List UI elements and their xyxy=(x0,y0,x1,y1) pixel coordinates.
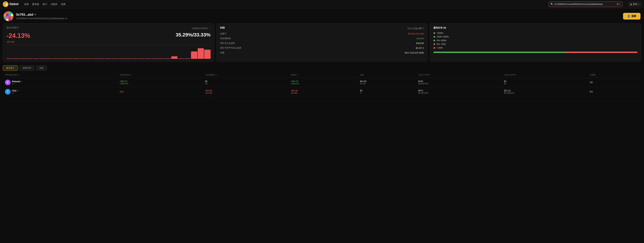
svg-rect-10 xyxy=(8,14,11,16)
sort-icon-0[interactable]: ⇅ xyxy=(18,74,19,76)
bar xyxy=(20,58,26,59)
bar xyxy=(112,58,118,59)
td-balance-0: $42.8K 20.1M xyxy=(358,78,416,87)
th-unrealized-label: 未实现利润 xyxy=(120,74,129,76)
token-time-1: 2h xyxy=(12,92,19,94)
nav-自选[interactable]: 自选 xyxy=(24,3,29,6)
buy-main-0: $16K xyxy=(418,80,500,82)
svg-point-2 xyxy=(6,4,7,6)
header: Debot 自选 新开盘 热门 AI监控 交易 🔍 ⌘K ◈ BSC ▾ xyxy=(0,0,644,8)
sell-main-0: $0 xyxy=(504,80,586,82)
bar xyxy=(86,58,92,59)
bar xyxy=(158,58,164,59)
dist-bar-red xyxy=(566,52,638,53)
bar xyxy=(132,58,138,59)
token-info-1: TCC ⧉ 2h xyxy=(12,90,19,94)
dist-item-4: <-50% xyxy=(434,47,638,49)
chevron-down-icon: ▾ xyxy=(638,3,639,5)
bar xyxy=(79,58,85,59)
td-unrealized-0: +$26.7K +166.87% xyxy=(118,78,203,87)
profit-label-0: 总盈亏 xyxy=(220,32,226,35)
tab-activity[interactable]: 活动 xyxy=(36,65,47,71)
balance-main-0: $42.8K xyxy=(360,80,414,82)
table-head: 币种/最后活跃 ⇅ 未实现利润 ⇅ 已实现利润 ⇅ xyxy=(3,72,641,78)
sort-icon-1[interactable]: ⇅ xyxy=(130,74,131,76)
bar xyxy=(165,58,171,59)
token-cell-0: P Petunia ⧉ 2h xyxy=(5,80,115,85)
bar xyxy=(138,58,144,59)
profile-address-row: 0x79395047a7eecbf59363bc54cb2a2d288bd00a… xyxy=(16,17,67,20)
dist-title: 盈利分布 (9) xyxy=(434,26,638,30)
observe-button[interactable]: 👤 观察 xyxy=(623,13,640,20)
th-total: 总利润 ⇅ xyxy=(288,72,358,78)
tab-holdings[interactable]: 持有代币 xyxy=(19,65,34,71)
unrealized-main-1: 清仓 xyxy=(120,90,201,93)
dist-dot-1 xyxy=(434,36,435,38)
unrealized-main-0: +$26.7K xyxy=(120,80,201,82)
th-total-label: 总利润 xyxy=(290,74,296,76)
token-time-0: 2h xyxy=(12,83,22,85)
th-buy: 总买入 $/平均 xyxy=(416,72,502,78)
bar xyxy=(152,58,158,59)
bar xyxy=(191,52,197,59)
profit-card: 利润 30D 交易数 37/17 总盈亏 -$74.5K(-24.13%) 未实… xyxy=(216,23,428,62)
bar xyxy=(125,58,131,59)
profit-label-2: 30D 买入总成本 xyxy=(220,42,235,45)
header-right: ◈ BSC ▾ xyxy=(628,2,641,7)
bar xyxy=(204,50,210,59)
svg-rect-16 xyxy=(4,19,6,21)
logo[interactable]: Debot xyxy=(3,2,18,7)
profit-title: 利润 xyxy=(220,26,225,30)
copy-icon[interactable]: ⧉ xyxy=(66,17,67,20)
profit-label-3: 30D 代币平均买入成本 xyxy=(220,46,241,50)
token-avatar-1: T xyxy=(5,89,10,94)
nav-新开盘[interactable]: 新开盘 xyxy=(32,3,39,6)
td-realized-1: -$44.9K -66.95% xyxy=(203,87,288,96)
search-input[interactable] xyxy=(554,3,614,6)
svg-rect-7 xyxy=(11,11,14,14)
info-icon[interactable]: ⓘ xyxy=(209,28,210,30)
td-token-1: T TCC ⧉ 2h xyxy=(3,87,118,96)
nav-交易[interactable]: 交易 xyxy=(61,3,66,6)
profit-row-3: 30D 代币平均买入成本 $8,347.2 xyxy=(220,46,424,50)
search-shortcut: ⌘K xyxy=(616,3,620,6)
tab-recent-pnl[interactable]: 最近盈亏 xyxy=(3,65,18,71)
network-selector[interactable]: ◈ BSC ▾ xyxy=(628,2,641,7)
bar xyxy=(99,58,105,59)
sort-icon-3[interactable]: ⇅ xyxy=(297,74,298,76)
dist-dot-0 xyxy=(434,32,435,34)
td-total-1: -$44.9K -66.95% xyxy=(288,87,358,96)
token-avatar-0: P xyxy=(5,80,10,85)
profit-row-0: 总盈亏 -$74.5K(-24.13%) xyxy=(220,32,424,35)
profit-row-4: 余额 $437.21(0.625 BNB) xyxy=(220,51,424,54)
realized-sub-1: -66.95% xyxy=(205,92,286,94)
th-token-label: 币种/最后活跃 xyxy=(5,74,17,76)
trades-val-1: 5/4 xyxy=(590,90,593,93)
token-copy-icon-1[interactable]: ⧉ xyxy=(18,90,19,92)
svg-rect-18 xyxy=(8,19,11,21)
th-trades: 交易数 xyxy=(588,72,641,78)
td-unrealized-1: 清仓 xyxy=(118,87,203,96)
th-realized: 已实现利润 ⇅ xyxy=(203,72,288,78)
svg-rect-6 xyxy=(8,11,11,14)
bar xyxy=(145,58,151,59)
bar xyxy=(53,58,59,59)
edit-icon[interactable]: ✎ xyxy=(34,14,36,16)
token-copy-icon-0[interactable]: ⧉ xyxy=(21,80,22,82)
balance-sub-0: 20.1M xyxy=(360,82,414,85)
td-sell-0: $0 $0 xyxy=(502,78,588,87)
observe-label: 观察 xyxy=(631,14,636,18)
svg-point-3 xyxy=(4,3,5,4)
realized-main-1: -$44.9K xyxy=(205,90,286,92)
total-sub-0: +166.87% xyxy=(290,82,356,85)
svg-rect-5 xyxy=(6,11,8,14)
svg-rect-12 xyxy=(4,16,6,19)
distribution-card: 盈利分布 (9) >500% 200%~500% 0%~200% 0%~-50%… xyxy=(430,23,641,62)
nav-AI监控[interactable]: AI监控 xyxy=(51,3,58,6)
buy-main-1: $67K xyxy=(418,90,500,92)
nav-热门[interactable]: 热门 xyxy=(42,3,47,6)
logo-icon xyxy=(3,2,8,7)
bar xyxy=(178,58,184,59)
sort-icon-2[interactable]: ⇅ xyxy=(216,74,217,76)
td-token-0: P Petunia ⧉ 2h xyxy=(3,78,118,87)
